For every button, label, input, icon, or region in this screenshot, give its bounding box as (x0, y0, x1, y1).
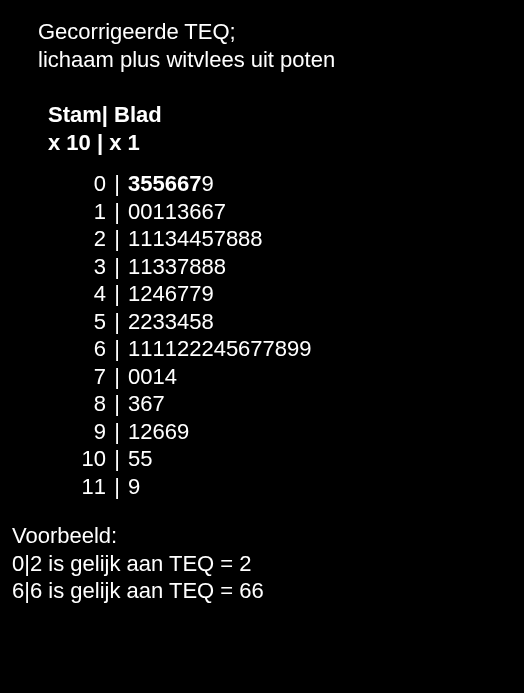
leaf-values: 0014 (128, 363, 177, 391)
stem-leaf-row: 9 | 12669 (48, 418, 512, 446)
stem-leaf-row: 7 | 0014 (48, 363, 512, 391)
stem-leaf-row: 4 | 1246779 (48, 280, 512, 308)
stem-leaf-row: 5 | 2233458 (48, 308, 512, 336)
separator: | (106, 280, 128, 308)
column-header: Stam| Blad x 10 | x 1 (48, 101, 512, 156)
separator: | (106, 445, 128, 473)
separator: | (106, 335, 128, 363)
separator: | (106, 170, 128, 198)
leaf-values: 3556679 (128, 170, 214, 198)
leaf-values: 111122245677899 (128, 335, 312, 363)
example-block: Voorbeeld: 0|2 is gelijk aan TEQ = 2 6|6… (12, 522, 512, 605)
leaf-values: 11134457888 (128, 225, 263, 253)
leaf-values: 55 (128, 445, 152, 473)
example-line-2: 6|6 is gelijk aan TEQ = 66 (12, 577, 512, 605)
separator: | (106, 225, 128, 253)
chart-title: Gecorrigeerde TEQ; lichaam plus witvlees… (38, 18, 512, 73)
leaf-bold-part: 355667 (128, 171, 201, 196)
title-line-1: Gecorrigeerde TEQ; (38, 18, 512, 46)
stem-value: 11 (48, 473, 106, 501)
stem-leaf-row: 0 | 3556679 (48, 170, 512, 198)
stem-value: 2 (48, 225, 106, 253)
page-root: Gecorrigeerde TEQ; lichaam plus witvlees… (0, 0, 524, 605)
leaf-rest-part: 9 (201, 171, 213, 196)
stem-leaf-row: 1 | 00113667 (48, 198, 512, 226)
separator: | (106, 390, 128, 418)
separator: | (106, 308, 128, 336)
stem-value: 7 (48, 363, 106, 391)
leaf-values: 367 (128, 390, 165, 418)
separator: | (106, 253, 128, 281)
stem-value: 5 (48, 308, 106, 336)
separator: | (106, 418, 128, 446)
separator: | (106, 363, 128, 391)
stem-value: 3 (48, 253, 106, 281)
leaf-values: 12669 (128, 418, 189, 446)
separator: | (106, 473, 128, 501)
stem-leaf-row: 10 | 55 (48, 445, 512, 473)
stem-value: 10 (48, 445, 106, 473)
leaf-values: 9 (128, 473, 140, 501)
example-heading: Voorbeeld: (12, 522, 512, 550)
stem-value: 0 (48, 170, 106, 198)
stem-leaf-row: 3 | 11337888 (48, 253, 512, 281)
stem-leaf-row: 6 | 111122245677899 (48, 335, 512, 363)
leaf-values: 2233458 (128, 308, 214, 336)
stem-leaf-row: 8 | 367 (48, 390, 512, 418)
stem-value: 8 (48, 390, 106, 418)
stem-value: 4 (48, 280, 106, 308)
example-line-1: 0|2 is gelijk aan TEQ = 2 (12, 550, 512, 578)
title-line-2: lichaam plus witvlees uit poten (38, 46, 512, 74)
header-units: x 10 | x 1 (48, 129, 512, 157)
stem-leaf-row: 11 | 9 (48, 473, 512, 501)
leaf-values: 00113667 (128, 198, 226, 226)
separator: | (106, 198, 128, 226)
leaf-values: 11337888 (128, 253, 226, 281)
leaf-values: 1246779 (128, 280, 214, 308)
stem-value: 6 (48, 335, 106, 363)
header-stem-leaf: Stam| Blad (48, 101, 512, 129)
stem-leaf-plot: 0 | 3556679 1 | 00113667 2 | 11134457888… (48, 170, 512, 500)
stem-leaf-row: 2 | 11134457888 (48, 225, 512, 253)
stem-value: 9 (48, 418, 106, 446)
stem-value: 1 (48, 198, 106, 226)
